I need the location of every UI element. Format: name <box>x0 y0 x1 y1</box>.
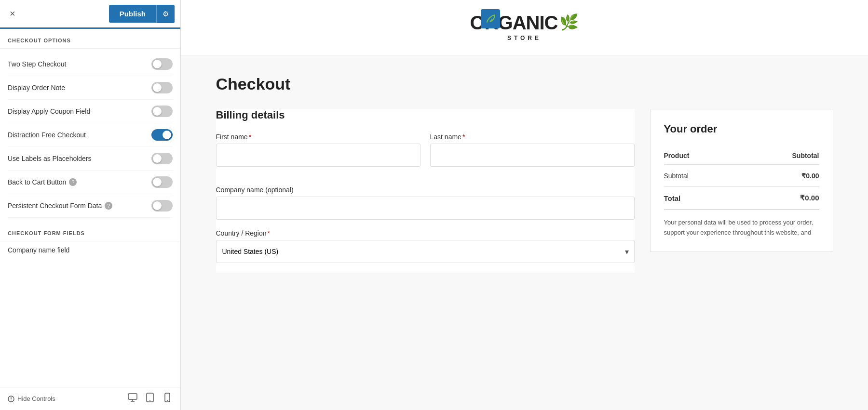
svg-rect-3 <box>128 394 137 399</box>
option-row-distraction-free: Distraction Free Checkout <box>8 123 173 147</box>
first-name-label: First name* <box>216 133 420 141</box>
options-list: Two Step Checkout Display Order Note Dis… <box>0 49 180 222</box>
company-name-group: Company name (optional) <box>216 186 635 220</box>
privacy-text: Your personal data will be used to proce… <box>664 218 819 238</box>
country-required: * <box>268 229 270 237</box>
close-button[interactable]: × <box>6 6 19 21</box>
country-select-wrapper: United States (US) <box>216 240 635 263</box>
hide-icon <box>8 396 14 402</box>
help-icon-persistent-form[interactable]: ? <box>105 202 112 210</box>
option-row-order-note: Display Order Note <box>8 76 173 100</box>
site-header: ORGANIC 🌿 STORE <box>181 0 868 55</box>
checkout-form-fields-heading: CHECKOUT FORM FIELDS <box>0 222 180 241</box>
option-label-labels: Use Labels as Placeholders <box>8 155 92 162</box>
option-label-distraction-free: Distraction Free Checkout <box>8 131 86 139</box>
svg-point-7 <box>149 400 150 401</box>
total-row: Total ₹0.00 <box>664 187 819 210</box>
option-label-back-to-cart: Back to Cart Button ? <box>8 178 77 186</box>
svg-point-2 <box>11 399 12 400</box>
company-name-input[interactable] <box>216 197 635 220</box>
toggle-slider-labels <box>151 153 173 164</box>
toggle-slider-coupon <box>151 106 173 117</box>
checkout-title: Checkout <box>216 75 833 93</box>
option-label-two-step: Two Step Checkout <box>8 60 66 68</box>
option-row-coupon: Display Apply Coupon Field <box>8 100 173 123</box>
publish-area: Publish ⚙ <box>109 5 175 23</box>
hide-controls-label: Hide Controls <box>17 395 55 402</box>
option-row-two-step: Two Step Checkout <box>8 53 173 76</box>
mobile-icon[interactable] <box>162 392 173 405</box>
company-field-section: Company name field <box>0 241 180 265</box>
option-label-coupon: Display Apply Coupon Field <box>8 107 90 115</box>
option-row-persistent-form: Persistent Checkout Form Data ? <box>8 194 173 218</box>
billing-title: Billing details <box>216 109 635 121</box>
toggle-coupon[interactable] <box>151 106 173 117</box>
order-table-header-row: Product Subtotal <box>664 147 819 165</box>
toggle-slider-persistent-form <box>151 200 173 212</box>
first-name-group: First name* <box>216 133 420 167</box>
order-table: Product Subtotal Subtotal ₹0.00 Total ₹0… <box>664 147 819 210</box>
last-name-group: Last name* <box>430 133 635 167</box>
toggle-slider-back-to-cart <box>151 176 173 188</box>
left-panel: × Publish ⚙ CHECKOUT OPTIONS Two Step Ch… <box>0 0 181 410</box>
subtotal-row: Subtotal ₹0.00 <box>664 165 819 187</box>
option-label-persistent-form: Persistent Checkout Form Data ? <box>8 202 112 210</box>
country-label: Country / Region* <box>216 229 635 237</box>
toggle-two-step[interactable] <box>151 58 173 70</box>
tablet-icon[interactable] <box>145 392 155 405</box>
first-name-required: * <box>249 133 251 141</box>
toggle-labels[interactable] <box>151 153 173 164</box>
order-title: Your order <box>664 123 819 135</box>
last-name-input[interactable] <box>430 144 635 167</box>
total-label: Total <box>664 187 739 210</box>
toggle-persistent-form[interactable] <box>151 200 173 212</box>
option-label-order-note: Display Order Note <box>8 84 65 92</box>
company-field-label: Company name field <box>8 246 173 254</box>
toggle-distraction-free[interactable] <box>151 129 173 141</box>
desktop-icon[interactable] <box>127 392 138 405</box>
device-icons <box>127 392 173 405</box>
checkout-grid: Billing details First name* Last name* <box>216 109 833 273</box>
toggle-order-note[interactable] <box>151 82 173 93</box>
col-subtotal: Subtotal <box>739 147 819 165</box>
toggle-back-to-cart[interactable] <box>151 176 173 188</box>
toggle-slider-order-note <box>151 82 173 93</box>
col-product: Product <box>664 147 739 165</box>
subtotal-label: Subtotal <box>664 165 739 187</box>
logo-area: ORGANIC 🌿 STORE <box>470 13 579 42</box>
right-panel: ORGANIC 🌿 STORE Checkout Billing details <box>181 0 868 410</box>
order-summary: Your order Product Subtotal Subtotal ₹0.… <box>650 109 833 252</box>
hide-controls-button[interactable]: Hide Controls <box>8 395 55 402</box>
option-row-labels: Use Labels as Placeholders <box>8 147 173 171</box>
help-icon-back-to-cart[interactable]: ? <box>69 178 77 186</box>
top-bar: × Publish ⚙ <box>0 0 180 29</box>
settings-button[interactable]: ⚙ <box>156 5 175 23</box>
publish-button[interactable]: Publish <box>109 5 156 23</box>
name-row: First name* Last name* <box>216 133 635 176</box>
company-name-label: Company name (optional) <box>216 186 635 194</box>
billing-section: Billing details First name* Last name* <box>216 109 635 273</box>
svg-point-9 <box>167 400 168 401</box>
country-group: Country / Region* United States (US) <box>216 229 635 263</box>
total-value: ₹0.00 <box>739 187 819 210</box>
country-select[interactable]: United States (US) <box>216 240 635 263</box>
logo-leaf-text: 🌿 <box>559 13 579 31</box>
toggle-slider-two-step <box>151 58 173 70</box>
subtotal-value: ₹0.00 <box>739 165 819 187</box>
checkout-options-heading: CHECKOUT OPTIONS <box>0 29 180 49</box>
option-row-back-to-cart: Back to Cart Button ? <box>8 171 173 194</box>
last-name-required: * <box>462 133 465 141</box>
first-name-input[interactable] <box>216 144 420 167</box>
last-name-label: Last name* <box>430 133 635 141</box>
bottom-bar: Hide Controls <box>0 387 180 410</box>
checkout-content: Checkout Billing details First name* La <box>187 55 862 292</box>
toggle-slider-distraction-free <box>151 129 173 141</box>
logo-sub: STORE <box>507 35 542 41</box>
logo-leaf-icon <box>485 13 496 24</box>
